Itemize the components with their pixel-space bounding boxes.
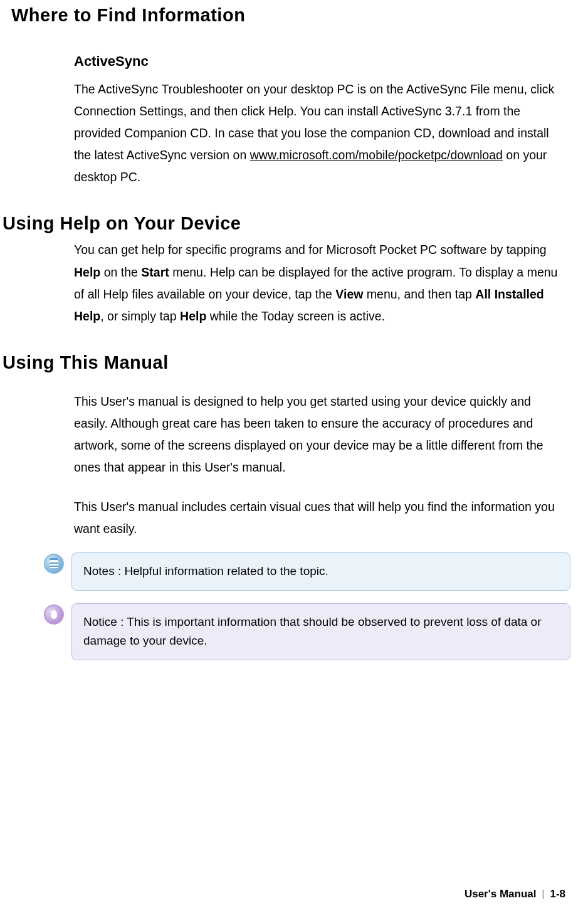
notes-box: Notes : Helpful information related to t… bbox=[71, 552, 570, 590]
text-fragment: on the bbox=[100, 265, 141, 279]
activesync-download-link[interactable]: www.microsoft.com/mobile/pocketpc/downlo… bbox=[250, 148, 503, 162]
manual-paragraph-1: This User's manual is designed to help y… bbox=[0, 373, 564, 478]
notes-icon bbox=[44, 554, 64, 574]
subsection-activesync: ActiveSync bbox=[0, 26, 570, 70]
notice-icon bbox=[44, 604, 64, 625]
text-fragment: , or simply tap bbox=[100, 309, 180, 323]
footer-separator: | bbox=[542, 888, 544, 900]
section-help-device: Using Help on Your Device bbox=[0, 188, 570, 234]
footer-label: User's Manual bbox=[465, 888, 537, 900]
bold-help2: Help bbox=[180, 309, 206, 323]
bold-start: Start bbox=[141, 265, 169, 279]
notes-callout: Notes : Helpful information related to t… bbox=[44, 552, 570, 590]
notice-callout: Notice : This is important information t… bbox=[44, 603, 570, 660]
manual-paragraph-2: This User's manual includes certain visu… bbox=[0, 478, 564, 540]
notice-text: Notice : This is important information t… bbox=[83, 615, 541, 647]
page-footer: User's Manual | 1-8 bbox=[465, 888, 565, 900]
text-fragment: You can get help for specific programs a… bbox=[74, 243, 547, 256]
notes-text: Notes : Helpful information related to t… bbox=[83, 564, 328, 578]
bold-help: Help bbox=[74, 265, 100, 279]
page-title: Where to Find Information bbox=[0, 0, 570, 26]
footer-page-number: 1-8 bbox=[550, 888, 565, 900]
help-device-paragraph: You can get help for specific programs a… bbox=[0, 234, 564, 327]
text-fragment: while the Today screen is active. bbox=[206, 309, 385, 323]
text-fragment: menu, and then tap bbox=[363, 287, 475, 301]
bold-view: View bbox=[335, 287, 363, 301]
section-using-manual: Using This Manual bbox=[0, 327, 570, 373]
notice-box: Notice : This is important information t… bbox=[71, 603, 570, 660]
activesync-paragraph: The ActiveSync Troubleshooter on your de… bbox=[0, 70, 564, 188]
